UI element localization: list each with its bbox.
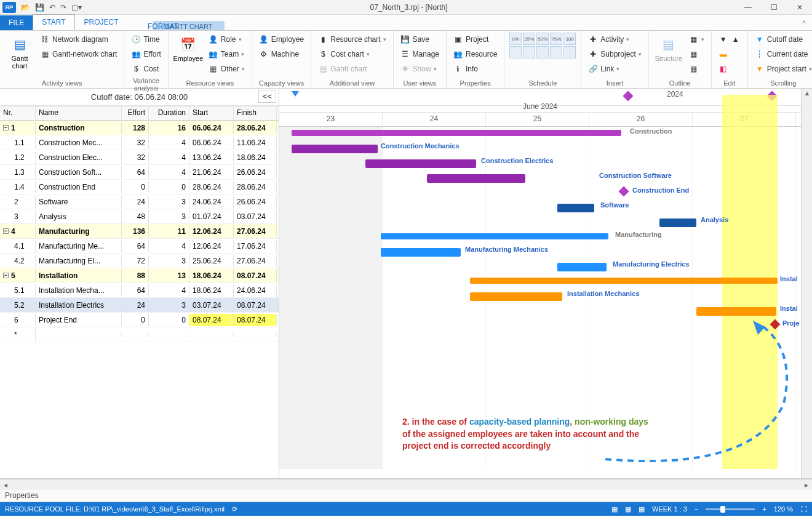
cell[interactable]: 5.2 — [0, 299, 36, 311]
zoom-slider[interactable] — [706, 508, 755, 510]
gantt-panel[interactable]: 2024 June 2024 2324252627 Construction C… — [279, 89, 801, 478]
expander-icon[interactable]: − — [3, 273, 9, 278]
tab-project[interactable]: PROJECT — [75, 14, 128, 30]
outline-opt2[interactable]: ▦ — [687, 47, 706, 61]
vertical-scrollbar[interactable]: ▴ — [801, 89, 812, 478]
close-button[interactable]: ✕ — [787, 0, 812, 15]
expander-icon[interactable]: − — [3, 125, 9, 130]
schedule-grid[interactable]: 0%25%50%75%100 — [509, 33, 576, 58]
resource-props-button[interactable]: 👥Resource — [452, 47, 499, 61]
cell[interactable]: 1.1 — [0, 137, 36, 149]
cell[interactable]: 28.06.24 — [234, 181, 277, 193]
cell[interactable]: 24 — [122, 196, 149, 208]
cell[interactable]: 08.07.24 — [234, 299, 277, 311]
cell[interactable]: 3 — [149, 196, 189, 208]
table-row[interactable]: 1.1Construction Mec...32406.06.2411.06.2… — [0, 135, 279, 150]
ribbon-collapse-icon[interactable]: ^ — [796, 17, 812, 30]
cell[interactable]: 1.3 — [0, 166, 36, 178]
bar-manufacturing-summary[interactable] — [381, 233, 608, 239]
bar-inst-elec[interactable] — [696, 307, 776, 316]
cell[interactable]: 3 — [149, 299, 189, 311]
cell[interactable]: 0 — [122, 314, 149, 326]
cell[interactable]: 4 — [149, 151, 189, 164]
cell[interactable]: 18.06.24 — [189, 270, 234, 282]
cell[interactable]: 4 — [149, 137, 189, 149]
table-row[interactable]: −1Construction1281606.06.2428.06.24 — [0, 121, 279, 135]
collapse-panel-button[interactable]: << — [258, 90, 276, 103]
cell[interactable]: Construction Mec... — [36, 137, 122, 149]
cell[interactable]: Construction Elec... — [36, 151, 122, 164]
save-view-button[interactable]: 💾Save — [399, 33, 441, 46]
cell[interactable]: 08.07.24 — [189, 314, 234, 326]
cell[interactable]: 64 — [122, 240, 149, 252]
cost-chart-button[interactable]: $Cost chart — [316, 47, 388, 61]
outline-opt1[interactable]: ▦ — [687, 33, 706, 46]
filter-button[interactable]: ▼▲ — [717, 33, 742, 46]
cell[interactable]: 27.06.24 — [234, 255, 277, 267]
cell[interactable]: Manufacturing El... — [36, 255, 122, 267]
cell[interactable]: 28.06.24 — [234, 122, 277, 134]
bar-con-mech[interactable] — [292, 145, 378, 153]
project-props-button[interactable]: ▣Project — [452, 33, 499, 46]
table-row[interactable]: 4.2Manufacturing El...72325.06.2427.06.2… — [0, 254, 279, 268]
project-start-button[interactable]: ▼Project start — [753, 62, 812, 76]
cell[interactable]: 03.07.24 — [189, 299, 234, 311]
cell[interactable]: 4 — [149, 240, 189, 252]
table-row[interactable]: −4Manufacturing1361112.06.2427.06.24 — [0, 224, 279, 239]
stop-icon[interactable]: ▢▾ — [71, 3, 82, 12]
cell[interactable]: 6 — [0, 314, 36, 326]
col-name[interactable]: Name — [36, 106, 122, 120]
table-row[interactable]: 1.2Construction Elec...32413.06.2418.06.… — [0, 150, 279, 165]
cell[interactable]: 4 — [149, 166, 189, 178]
cell[interactable]: 4.2 — [0, 255, 36, 267]
cell[interactable]: 4.1 — [0, 240, 36, 252]
cap-employee-button[interactable]: 👤Employee — [257, 33, 306, 46]
maximize-button[interactable]: ☐ — [762, 0, 786, 15]
tab-format[interactable]: FORMAT — [138, 18, 188, 34]
bar-man-elec[interactable] — [557, 263, 607, 271]
open-icon[interactable]: 📂 — [21, 3, 30, 12]
cell[interactable]: 64 — [122, 284, 149, 297]
cell[interactable] — [189, 333, 234, 337]
erase-button[interactable]: ◧ — [717, 62, 742, 76]
scroll-left-icon[interactable]: ◂ — [0, 481, 11, 489]
cell[interactable]: 12.06.24 — [189, 225, 234, 238]
cell[interactable]: 0 — [122, 181, 149, 193]
cell[interactable]: 3 — [149, 255, 189, 267]
cell[interactable]: Construction — [36, 122, 122, 134]
cell[interactable]: 24.06.24 — [189, 196, 234, 208]
cell[interactable]: −5 — [0, 270, 36, 282]
network-diagram-button[interactable]: ⛓Network diagram — [38, 33, 119, 46]
cell[interactable]: Manufacturing Me... — [36, 240, 122, 252]
cell[interactable]: 06.06.24 — [189, 122, 234, 134]
cell[interactable]: 06.06.24 — [189, 137, 234, 149]
cell[interactable]: Analysis — [36, 210, 122, 223]
insert-link-button[interactable]: 🔗Link — [586, 62, 643, 76]
redo-icon[interactable]: ↷ — [60, 3, 66, 12]
cell[interactable]: 16 — [149, 122, 189, 134]
cell[interactable]: 1.4 — [0, 181, 36, 193]
table-row[interactable]: 6Project End0008.07.2408.07.24 — [0, 313, 279, 327]
cell[interactable] — [149, 333, 189, 337]
gantt-network-button[interactable]: ▦Gantt-network chart — [38, 47, 119, 61]
current-date-button[interactable]: ┆Current date — [753, 47, 812, 61]
resource-chart-button[interactable]: ▮Resource chart — [316, 33, 388, 46]
cell[interactable]: 3 — [0, 210, 36, 223]
cell[interactable]: 48 — [122, 210, 149, 223]
col-start[interactable]: Start — [189, 106, 234, 120]
cell[interactable]: 4 — [149, 284, 189, 297]
cell[interactable]: 17.06.24 — [234, 240, 277, 252]
info-button[interactable]: ℹInfo — [452, 62, 499, 76]
table-row[interactable]: 1.4Construction End0028.06.2428.06.24 — [0, 180, 279, 194]
table-row[interactable]: 5.1Installation Mecha...64418.06.2424.06… — [0, 283, 279, 298]
cell[interactable]: 12.06.24 — [189, 240, 234, 252]
table-row[interactable]: * — [0, 327, 279, 342]
scroll-right-icon[interactable]: ▸ — [801, 481, 812, 489]
cell[interactable] — [122, 333, 149, 337]
outline-opt3[interactable]: ▦ — [687, 62, 706, 76]
col-finish[interactable]: Finish — [234, 106, 277, 120]
bar-man-mech[interactable] — [381, 248, 461, 257]
insert-subproject-button[interactable]: ✚Subproject — [586, 47, 643, 61]
cell[interactable]: 01.07.24 — [189, 210, 234, 223]
zoom-out-button[interactable]: − — [695, 505, 698, 513]
